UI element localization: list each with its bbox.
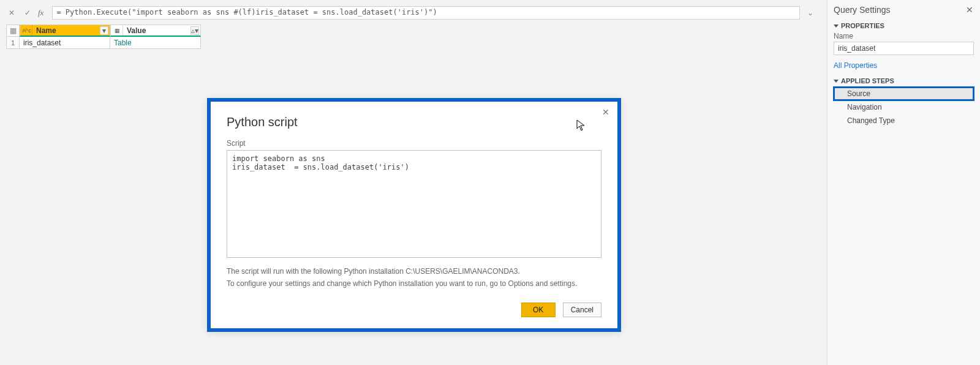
dialog-title: Python script [227, 115, 601, 129]
table-type-icon: ▦ [112, 25, 123, 36]
cell-name[interactable]: iris_dataset [20, 37, 110, 49]
step-changed-type[interactable]: Changed Type [834, 114, 974, 127]
query-name-input[interactable] [834, 42, 974, 55]
column-label: Name [36, 26, 56, 35]
script-textarea[interactable] [227, 150, 601, 258]
abc-type-icon: Aᵇc [21, 25, 32, 36]
dialog-close-icon[interactable]: ✕ [600, 107, 611, 118]
script-label: Script [227, 139, 601, 148]
properties-section-title[interactable]: PROPERTIES [834, 22, 974, 29]
column-expand-icon[interactable]: ▵▾ [190, 26, 199, 35]
column-label: Value [127, 26, 146, 35]
cell-value-link[interactable]: Table [110, 37, 201, 49]
cancel-button[interactable]: Cancel [563, 303, 601, 317]
install-path-info: The script will run with the following P… [227, 266, 601, 277]
grid-header-row: ▦ Aᵇc Name ▾ ▦ Value ▵▾ [6, 24, 206, 37]
caret-down-icon [834, 80, 839, 83]
name-label: Name [834, 32, 974, 40]
formula-bar: ✕ ✓ fx = Python.Execute("import seaborn … [6, 6, 816, 20]
all-properties-link[interactable]: All Properties [834, 61, 974, 70]
applied-steps-list: Source Navigation Changed Type [834, 87, 974, 127]
step-navigation[interactable]: Navigation [834, 100, 974, 114]
column-filter-icon[interactable]: ▾ [100, 26, 108, 35]
column-header-name[interactable]: Aᵇc Name ▾ [20, 24, 110, 37]
table-row[interactable]: 1 iris_dataset Table [6, 37, 206, 49]
fx-label: fx [38, 8, 43, 18]
properties-title-text: PROPERTIES [841, 22, 884, 29]
panel-close-icon[interactable]: ✕ [965, 6, 974, 14]
data-grid: ▦ Aᵇc Name ▾ ▦ Value ▵▾ 1 iris_dataset T… [6, 24, 206, 49]
table-selector-icon[interactable]: ▦ [6, 24, 20, 37]
query-settings-panel: Query Settings ✕ PROPERTIES Name All Pro… [827, 0, 980, 365]
caret-down-icon [834, 24, 839, 28]
row-number: 1 [6, 37, 20, 49]
applied-steps-title-text: APPLIED STEPS [841, 77, 894, 85]
configure-info: To configure your settings and change wh… [227, 278, 601, 289]
formula-dropdown-icon[interactable]: ⌄ [805, 9, 816, 17]
ok-button[interactable]: OK [521, 303, 556, 317]
formula-accept-icon[interactable]: ✓ [22, 7, 33, 18]
step-source[interactable]: Source [834, 87, 974, 100]
column-header-value[interactable]: ▦ Value ▵▾ [110, 24, 201, 37]
panel-title: Query Settings [834, 5, 891, 15]
formula-input[interactable]: = Python.Execute("import seaborn as sns … [52, 6, 800, 20]
formula-cancel-icon[interactable]: ✕ [6, 7, 17, 18]
python-script-dialog: ✕ Python script Script The script will r… [207, 98, 621, 332]
applied-steps-section-title[interactable]: APPLIED STEPS [834, 77, 974, 85]
